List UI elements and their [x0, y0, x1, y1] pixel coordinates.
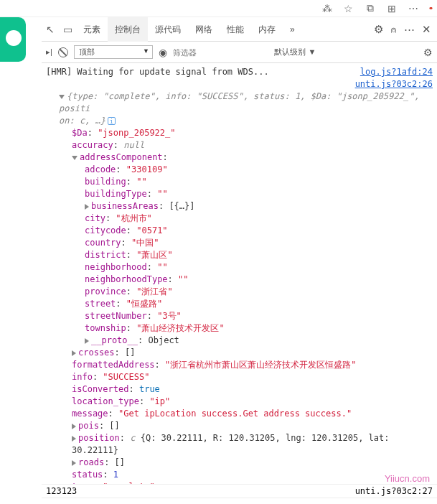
- close-icon[interactable]: ✕: [422, 23, 431, 36]
- tab-console[interactable]: 控制台: [108, 17, 148, 42]
- object-summary[interactable]: {type: "complete", info: "SUCCESS", stat…: [46, 90, 433, 115]
- source-link[interactable]: unti.js?03c2:26: [355, 78, 433, 90]
- prop-row[interactable]: country: "中国": [46, 237, 433, 249]
- prop-row[interactable]: buildingType: "": [46, 188, 433, 200]
- menu-icon[interactable]: ⋯: [408, 3, 419, 14]
- console-row: 123123 unti.js?03c2:27: [42, 484, 437, 498]
- prop-row[interactable]: township: "萧山经济技术开发区": [46, 322, 433, 335]
- prop-row[interactable]: province: "浙江省": [46, 286, 433, 298]
- info-icon[interactable]: i: [108, 117, 116, 125]
- prop-row[interactable]: district: "萧山区": [46, 249, 433, 261]
- devtools-tabs: ↖ ▭ 元素 控制台 源代码 网络 性能 内存 » ⚙ ⍝ ⋯ ✕: [42, 17, 437, 42]
- prop-row[interactable]: streetNumber: "3号": [46, 310, 433, 322]
- prop-row[interactable]: city: "杭州市": [46, 213, 433, 225]
- context-dropdown[interactable]: 顶部: [74, 45, 153, 59]
- console-msg: [HMR] Waiting for update signal from WDS…: [46, 66, 269, 78]
- prop-row[interactable]: type: "complete": [46, 481, 433, 484]
- notification-icon: ••: [429, 4, 431, 12]
- readmode-icon[interactable]: ⁂: [321, 3, 333, 14]
- gear-icon[interactable]: ⚙: [374, 23, 383, 36]
- kebab-icon[interactable]: ⋯: [404, 23, 415, 36]
- prop-row[interactable]: __proto__: Object: [46, 335, 433, 347]
- prop-row[interactable]: info: "SUCCESS": [46, 371, 433, 383]
- inspect-icon[interactable]: ↖: [42, 24, 59, 35]
- browser-toolbar: ⁂ ☆ ⧉ ⊞ ⋯ ••: [0, 0, 437, 17]
- prop-row[interactable]: building: "": [46, 176, 433, 188]
- addtab-icon[interactable]: ⊞: [386, 3, 398, 14]
- prop-row[interactable]: position: c {Q: 30.22111, R: 120.31205, …: [46, 432, 433, 457]
- live-expression-icon[interactable]: ◉: [159, 47, 167, 58]
- prop-row[interactable]: location_type: "ip": [46, 396, 433, 408]
- prop-row[interactable]: roads: []: [46, 457, 433, 469]
- source-link[interactable]: unti.js?03c2:27: [355, 486, 433, 496]
- prop-row[interactable]: addressComponent:: [46, 151, 433, 164]
- tab-network[interactable]: 网络: [188, 17, 220, 42]
- profile-icon[interactable]: ⍝: [390, 23, 397, 36]
- tab-sources[interactable]: 源代码: [148, 17, 188, 42]
- prop-row[interactable]: status: 1: [46, 469, 433, 481]
- prop-row[interactable]: businessAreas: [{…}]: [46, 200, 433, 213]
- tab-elements[interactable]: 元素: [76, 17, 108, 42]
- prop-row[interactable]: neighborhoodType: "": [46, 274, 433, 286]
- prop-row[interactable]: neighborhood: "": [46, 261, 433, 274]
- prop-row[interactable]: $Da: "jsonp_205922_": [46, 127, 433, 139]
- tab-performance[interactable]: 性能: [220, 17, 251, 42]
- console-output: [HMR] Waiting for update signal from WDS…: [42, 63, 437, 484]
- clear-icon[interactable]: [58, 47, 68, 57]
- filter-input[interactable]: [173, 48, 269, 57]
- console-msg: 123123: [46, 486, 77, 496]
- prop-row[interactable]: formattedAddress: "浙江省杭州市萧山区萧山经济技术开发区恒盛路…: [46, 359, 433, 371]
- prop-row[interactable]: pois: []: [46, 420, 433, 432]
- device-icon[interactable]: ▭: [59, 24, 76, 35]
- favorite-icon[interactable]: ☆: [343, 3, 354, 14]
- collections-icon[interactable]: ⧉: [365, 3, 376, 14]
- prop-row[interactable]: street: "恒盛路": [46, 298, 433, 310]
- console-filterbar: ▸| 顶部 ◉ 默认级别 ▼ ⚙: [42, 42, 437, 63]
- console-prompt[interactable]: >: [42, 498, 437, 504]
- tab-more[interactable]: »: [283, 17, 302, 42]
- prop-row[interactable]: isConverted: true: [46, 383, 433, 396]
- prop-row[interactable]: crosses: []: [46, 347, 433, 359]
- prop-row[interactable]: citycode: "0571": [46, 225, 433, 237]
- prop-row[interactable]: adcode: "330109": [46, 164, 433, 176]
- source-link[interactable]: log.js?1afd:24: [360, 66, 433, 78]
- page-logo: [0, 17, 26, 62]
- console-settings-icon[interactable]: ⚙: [423, 47, 433, 58]
- prop-row[interactable]: accuracy: null: [46, 139, 433, 151]
- tab-memory[interactable]: 内存: [251, 17, 283, 42]
- prop-row[interactable]: message: "Get ipLocation success.Get add…: [46, 408, 433, 420]
- sidebar-toggle-icon[interactable]: ▸|: [46, 47, 52, 57]
- level-dropdown[interactable]: 默认级别 ▼: [274, 47, 316, 57]
